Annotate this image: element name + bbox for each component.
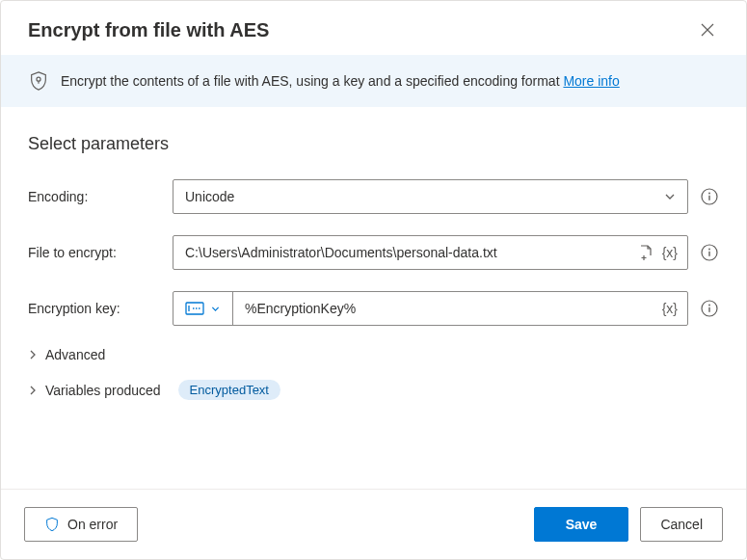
file-input-wrap: {x} (173, 235, 688, 270)
field-row-key: Encryption key: (28, 291, 719, 326)
section-title: Select parameters (28, 134, 719, 154)
variables-produced-expander[interactable]: Variables produced EncryptedText (28, 380, 280, 400)
more-info-link[interactable]: More info (563, 73, 619, 89)
file-picker-button[interactable] (637, 244, 654, 261)
field-row-file: File to encrypt: (28, 235, 719, 270)
encoding-info-button[interactable] (700, 187, 719, 206)
info-banner: Encrypt the contents of a file with AES,… (1, 55, 746, 107)
close-button[interactable] (696, 18, 719, 41)
encoding-value: Unicode (185, 189, 234, 204)
file-input[interactable] (173, 236, 637, 269)
dialog: Encrypt from file with AES Encrypt the c… (0, 0, 747, 560)
variable-picker-button[interactable]: {x} (662, 245, 678, 260)
dialog-footer: On error Save Cancel (1, 489, 746, 559)
save-button[interactable]: Save (534, 507, 629, 542)
on-error-button[interactable]: On error (24, 507, 138, 542)
info-icon (701, 188, 718, 205)
input-type-selector[interactable] (173, 292, 233, 325)
cancel-button[interactable]: Cancel (640, 507, 723, 542)
encoding-label: Encoding: (28, 189, 173, 204)
svg-rect-12 (708, 307, 709, 312)
chevron-right-icon (28, 350, 38, 360)
key-info-button[interactable] (700, 299, 719, 318)
advanced-label: Advanced (45, 347, 105, 362)
advanced-expander[interactable]: Advanced (28, 347, 105, 362)
variables-produced-label: Variables produced (45, 383, 161, 398)
chevron-down-icon (210, 304, 221, 314)
close-icon (701, 23, 714, 37)
svg-point-0 (37, 77, 40, 81)
encoding-select[interactable]: Unicode (173, 179, 688, 214)
chevron-right-icon (28, 386, 38, 395)
svg-rect-3 (708, 196, 709, 200)
dialog-header: Encrypt from file with AES (1, 1, 746, 55)
info-icon (701, 300, 718, 317)
text-input-icon (185, 302, 204, 315)
svg-point-2 (708, 193, 710, 195)
file-info-button[interactable] (700, 243, 719, 262)
field-row-encoding: Encoding: Unicode (28, 179, 719, 214)
shield-outline-icon (44, 517, 60, 532)
key-label: Encryption key: (28, 301, 173, 316)
shield-icon (28, 70, 49, 92)
banner-text-content: Encrypt the contents of a file with AES,… (61, 73, 563, 89)
chevron-down-icon (663, 190, 677, 203)
on-error-label: On error (67, 517, 118, 532)
variable-picker-button[interactable]: {x} (662, 301, 678, 316)
key-input-wrap: {x} (173, 291, 688, 326)
dialog-title: Encrypt from file with AES (28, 19, 269, 41)
dialog-content: Select parameters Encoding: Unicode (1, 107, 746, 489)
info-icon (701, 244, 718, 261)
file-picker-icon (637, 244, 654, 261)
banner-text: Encrypt the contents of a file with AES,… (61, 73, 620, 89)
key-input[interactable] (233, 292, 662, 325)
svg-point-5 (708, 249, 710, 251)
svg-point-11 (708, 305, 710, 307)
svg-rect-6 (708, 252, 709, 256)
variable-chip[interactable]: EncryptedText (178, 380, 280, 400)
file-label: File to encrypt: (28, 245, 173, 260)
